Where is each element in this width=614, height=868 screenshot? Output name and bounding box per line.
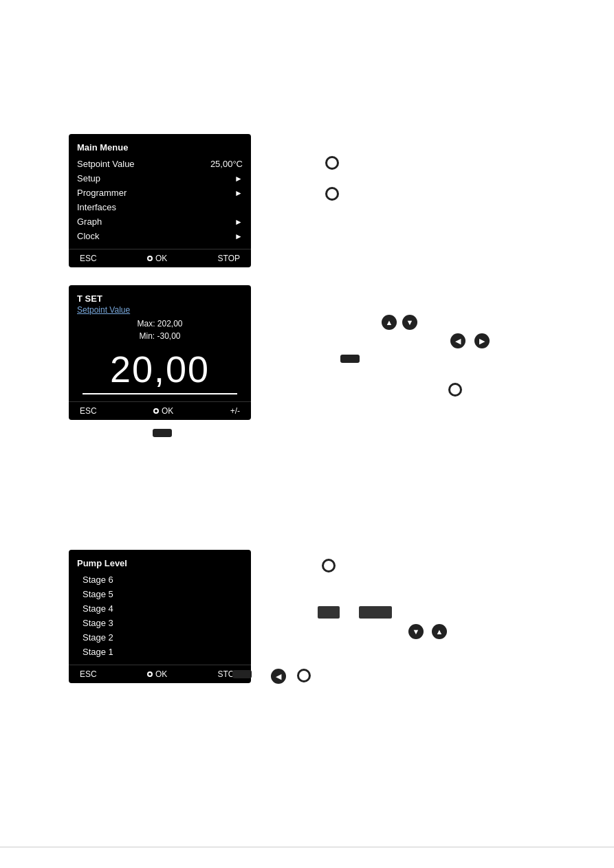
footer-stop[interactable]: STOP (218, 254, 240, 263)
main-menu-title: Main Menue (69, 141, 251, 157)
pump-rect-2[interactable] (359, 606, 392, 619)
pump-left-icon[interactable]: ◀ (271, 669, 286, 684)
pump-footer-ok-group[interactable]: OK (147, 669, 167, 679)
main-menu-footer: ESC OK STOP (69, 249, 251, 267)
nav-circle-icon-3[interactable] (448, 383, 462, 399)
menu-arrow-graph: ► (234, 217, 243, 227)
menu-row-setup[interactable]: Setup ► (69, 171, 251, 186)
tset-subtitle[interactable]: Setpoint Value (69, 305, 251, 318)
menu-row-graph[interactable]: Graph ► (69, 214, 251, 229)
tset-ok-dot-icon (153, 408, 159, 414)
menu-value-setpoint: 25,00°C (210, 159, 243, 169)
pump-rect-1[interactable] (318, 606, 340, 619)
tset-footer: ESC OK +/- (69, 401, 251, 420)
footer-esc[interactable]: ESC (80, 254, 97, 263)
pump-title: Pump Level (69, 557, 251, 572)
page-divider (0, 847, 614, 847)
menu-row-programmer[interactable]: Programmer ► (69, 186, 251, 200)
tset-title: T SET (69, 292, 251, 305)
pump-footer-ok-label: OK (155, 669, 167, 679)
menu-label-programmer: Programmer (77, 188, 127, 198)
tset-max: Max: 202,00 (69, 318, 251, 330)
menu-arrow-clock: ► (234, 232, 243, 241)
menu-arrow-programmer: ► (234, 188, 243, 198)
tset-panel: T SET Setpoint Value Max: 202,00 Min: -3… (69, 285, 251, 420)
nav-circle-icon-2[interactable] (324, 186, 340, 202)
nav-circle-icon-1[interactable] (324, 155, 340, 171)
footer-ok-label: OK (155, 254, 167, 263)
pump-row-5[interactable]: Stage 1 (69, 645, 251, 659)
tset-footer-plusminus[interactable]: +/- (230, 406, 240, 416)
ok-dot-icon (147, 256, 153, 261)
pump-circle-icon[interactable] (297, 669, 311, 685)
pump-row-2[interactable]: Stage 4 (69, 601, 251, 616)
pump-row-3[interactable]: Stage 3 (69, 616, 251, 630)
menu-arrow-setup: ► (234, 174, 243, 183)
footer-ok-group[interactable]: OK (147, 254, 167, 263)
pump-nav-up-icon[interactable]: ▲ (432, 624, 447, 639)
pump-footer: ESC OK STOP (69, 665, 251, 683)
nav-minus-icon-1[interactable] (340, 353, 360, 366)
pump-level-panel: Pump Level Stage 6 Stage 5 Stage 4 Stage… (69, 550, 251, 683)
menu-row-setpoint[interactable]: Setpoint Value 25,00°C (69, 157, 251, 171)
nav-up-icon[interactable]: ▲ (382, 315, 397, 330)
menu-label-interfaces: Interfaces (77, 202, 116, 212)
pump-row-1[interactable]: Stage 5 (69, 587, 251, 601)
pump-row-0[interactable]: Stage 6 (69, 572, 251, 587)
pump-nav-down-icon[interactable]: ▼ (408, 624, 424, 639)
tset-footer-esc[interactable]: ESC (80, 406, 97, 416)
menu-label-setup: Setup (77, 173, 100, 183)
pump-row-4[interactable]: Stage 2 (69, 630, 251, 645)
nav-minus-icon-2[interactable] (153, 427, 172, 440)
tset-value[interactable]: 20,00 (83, 342, 237, 394)
pump-minus-icon[interactable] (232, 669, 252, 681)
main-menu-panel: Main Menue Setpoint Value 25,00°C Setup … (69, 134, 251, 267)
menu-row-clock[interactable]: Clock ► (69, 229, 251, 243)
pump-nav-circle-icon[interactable] (322, 559, 336, 575)
menu-label-graph: Graph (77, 216, 102, 227)
nav-right-icon[interactable]: ▶ (474, 333, 490, 348)
menu-label-clock: Clock (77, 231, 100, 241)
tset-footer-ok-group[interactable]: OK (153, 406, 173, 416)
nav-down-icon[interactable]: ▼ (402, 315, 417, 330)
tset-min: Min: -30,00 (69, 330, 251, 342)
menu-label-setpoint: Setpoint Value (77, 159, 135, 169)
pump-footer-esc[interactable]: ESC (80, 669, 97, 679)
pump-ok-dot-icon (147, 671, 153, 677)
tset-footer-ok-label: OK (162, 406, 173, 416)
nav-left-icon[interactable]: ◀ (450, 333, 465, 348)
menu-row-interfaces[interactable]: Interfaces (69, 200, 251, 214)
